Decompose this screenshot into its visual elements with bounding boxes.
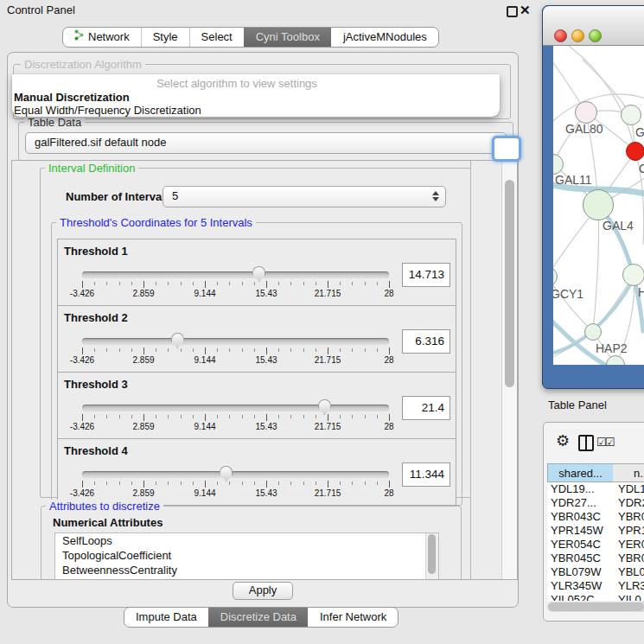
tab-cyni-toolbox[interactable]: Cyni Toolbox: [244, 28, 331, 47]
table-row[interactable]: YBR043CYBR0...: [547, 510, 644, 524]
gear-icon[interactable]: ⚙: [556, 431, 570, 450]
list-scrollbar-thumb[interactable]: [428, 534, 436, 574]
select-columns-icon[interactable]: ☑☑: [596, 436, 613, 449]
threshold-slider[interactable]: -3.4262.8599.14415.4321.71528: [82, 439, 389, 505]
list-item[interactable]: BetweennessCentrality: [55, 563, 438, 577]
minimize-traffic-light-icon[interactable]: [571, 29, 584, 42]
network-node-label: GA: [635, 125, 644, 139]
interval-definition-group: Interval Definition Number of Intervals …: [40, 168, 471, 498]
slider-thumb-icon[interactable]: [220, 466, 233, 481]
option-manual-discretization[interactable]: Manual Discretization: [14, 91, 130, 104]
slider-tick-labels: -3.4262.8599.14415.4321.71528: [82, 488, 389, 499]
network-node[interactable]: [583, 189, 614, 220]
threshold-panel: Threshold 4 -3.4262.8599.14415.4321.7152…: [57, 438, 456, 506]
threshold-slider[interactable]: -3.4262.8599.14415.4321.71528: [82, 306, 389, 372]
slider-thumb-icon[interactable]: [318, 399, 331, 415]
threshold-panel: Threshold 3 -3.4262.8599.14415.4321.7152…: [57, 372, 456, 439]
threshold-slider[interactable]: -3.4262.8599.14415.4321.71528: [82, 373, 389, 438]
tab-select[interactable]: Select: [189, 28, 244, 47]
table-data-group-title: Table Data: [24, 116, 85, 129]
table-data-combo[interactable]: galFiltered.sif default node: [25, 132, 507, 154]
network-canvas[interactable]: GAL80GACGAL11GAL4GCY1HHAP2: [553, 46, 644, 365]
number-of-intervals-combo[interactable]: 5: [163, 186, 446, 207]
algorithm-hint-option[interactable]: Select algorithm to view settings: [12, 77, 462, 90]
threshold-value-field[interactable]: 14.713: [402, 263, 450, 287]
column-header-name[interactable]: n...: [613, 463, 644, 482]
window-title: Control Panel: [7, 3, 75, 16]
network-icon: [74, 28, 84, 47]
network-node-label: GAL80: [565, 122, 603, 136]
thresholds-group: Threshold's Coordinates for 5 Intervals …: [51, 222, 462, 506]
table-data-combo-value: galFiltered.sif default node: [35, 136, 166, 149]
slider-track[interactable]: [82, 338, 389, 345]
table-row[interactable]: YBR045CYBR0...: [547, 552, 644, 565]
close-traffic-light-icon[interactable]: [554, 29, 567, 42]
table-row[interactable]: YBL079WYBL0...: [547, 565, 644, 579]
list-scrollbar[interactable]: [425, 533, 438, 580]
network-node[interactable]: [575, 101, 597, 124]
tab-infer-network[interactable]: Infer Network: [308, 608, 398, 627]
slider-ticks: [82, 414, 389, 421]
threshold-value-field[interactable]: 6.316: [402, 329, 450, 354]
network-node-label: GAL11: [555, 173, 592, 187]
cyni-toolbox-panel: Discretization Algorithm Table Data galF…: [7, 52, 519, 608]
slider-ticks: [82, 481, 389, 488]
settings-scrollbar-thumb[interactable]: [505, 180, 514, 387]
number-of-intervals-label: Number of Intervals: [66, 190, 171, 203]
settings-scrollbar[interactable]: [501, 161, 517, 579]
network-node[interactable]: [584, 323, 602, 341]
slider-track[interactable]: [82, 471, 389, 478]
slider-track[interactable]: [82, 405, 389, 411]
float-window-icon[interactable]: [507, 6, 518, 17]
attribute-items: SelfLoopsTopologicalCoefficientBetweenne…: [55, 533, 438, 577]
slider-tick-labels: -3.4262.8599.14415.4321.71528: [82, 289, 389, 299]
network-node[interactable]: [622, 264, 644, 286]
network-node-label: H: [638, 285, 644, 299]
slider-ticks: [82, 281, 389, 288]
network-node-label: C: [639, 162, 644, 175]
table-row[interactable]: YIL052CYIL0...: [547, 593, 644, 601]
tab-style[interactable]: Style: [141, 28, 189, 47]
network-node[interactable]: [621, 105, 641, 125]
tab-discretize-data[interactable]: Discretize Data: [208, 608, 308, 627]
numerical-attributes-list[interactable]: SelfLoopsTopologicalCoefficientBetweenne…: [54, 532, 439, 580]
apply-button[interactable]: Apply: [233, 582, 293, 600]
close-icon[interactable]: ✕: [520, 3, 531, 18]
slider-thumb-icon[interactable]: [252, 266, 265, 282]
network-node[interactable]: [626, 142, 644, 161]
algorithm-combo-focused[interactable]: [492, 136, 521, 162]
table-row[interactable]: YLR345WYLR3...: [547, 579, 644, 593]
zoom-traffic-light-icon[interactable]: [589, 29, 602, 42]
number-of-intervals-value: 5: [172, 189, 178, 202]
table-row[interactable]: YDL19...YDL1...: [547, 482, 644, 496]
network-window-titlebar: [543, 6, 644, 46]
threshold-slider[interactable]: -3.4262.8599.14415.4321.71528: [82, 239, 389, 305]
slider-track[interactable]: [82, 271, 389, 278]
slider-ticks: [82, 348, 389, 354]
tab-network[interactable]: Network: [63, 28, 141, 47]
tab-jactivemnodules[interactable]: jActiveMNodules: [331, 28, 438, 47]
table-row[interactable]: YDR27...YDR2...: [547, 496, 644, 510]
attributes-group-title: Attributes to discretize: [46, 500, 163, 513]
table-row[interactable]: YPR145WYPR1...: [547, 524, 644, 538]
network-view-window[interactable]: GAL80GACGAL11GAL4GCY1HHAP2: [542, 5, 644, 389]
table-h-scrollbar-thumb[interactable]: [548, 603, 644, 611]
table-h-scrollbar[interactable]: [547, 602, 644, 612]
threshold-value-field[interactable]: 21.4: [402, 396, 450, 420]
interval-definition-title: Interval Definition: [45, 162, 138, 175]
tab-impute-data[interactable]: Impute Data: [124, 608, 208, 627]
table-row[interactable]: YER054CYER0...: [547, 538, 644, 552]
network-node-label: GAL4: [603, 219, 634, 233]
column-header-shared-name[interactable]: shared...: [547, 463, 614, 482]
bottom-tab-bar: Impute DataDiscretize DataInfer Network: [124, 607, 399, 628]
slider-tick-labels: -3.4262.8599.14415.4321.71528: [82, 355, 389, 366]
table-rows: YDL19...YDL1...YDR27...YDR2...YBR043CYBR…: [547, 482, 644, 601]
threshold-panel: Threshold 1 -3.4262.8599.14415.4321.7152…: [57, 239, 456, 306]
option-equal-width-frequency[interactable]: Equal Width/Frequency Discretization: [14, 104, 201, 117]
threshold-value-field[interactable]: 11.344: [402, 462, 450, 487]
slider-thumb-icon[interactable]: [171, 333, 184, 348]
list-item[interactable]: SelfLoops: [55, 533, 438, 548]
list-item[interactable]: TopologicalCoefficient: [55, 548, 438, 563]
numerical-attributes-label: Numerical Attributes: [53, 516, 163, 529]
column-layout-icon[interactable]: [578, 435, 594, 451]
